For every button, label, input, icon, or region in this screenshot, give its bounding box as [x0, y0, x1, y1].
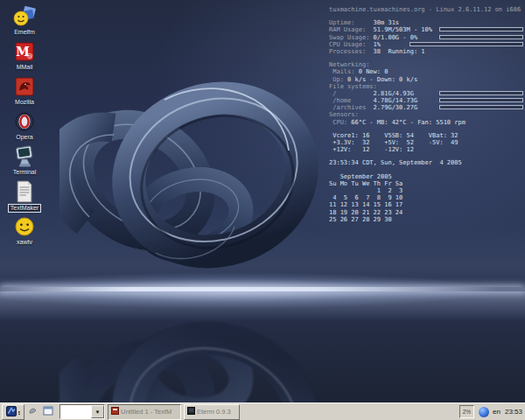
calendar-week-1: 1 2 3	[329, 187, 523, 194]
calendar-week-5: 25 26 27 28 29 30	[329, 216, 523, 223]
processes-line: Processes: 38 Running: 1	[329, 48, 523, 55]
desktop-icon-label: Terminal	[13, 169, 36, 176]
minimize-all-icon	[28, 406, 38, 417]
start-menu-button[interactable]: s	[2, 404, 24, 420]
desktop-icon-label: Emelfm	[14, 29, 35, 36]
calendar-week-4: 18 19 20 21 22 23 24	[329, 209, 523, 216]
eterm-task-icon	[187, 407, 195, 416]
fs-root-line: / 2.81G/4.93G	[329, 90, 523, 97]
desktop-icon-column: Emelfm M @ MMail Mozilla	[2, 5, 47, 250]
window-icon	[43, 406, 53, 417]
cpu-applet-value: 2%	[463, 409, 471, 415]
start-menu-icon: s	[6, 406, 20, 418]
networking-header: Networking:	[329, 61, 523, 68]
desktop-icon-textmaker[interactable]: TextMaker	[2, 180, 47, 215]
monitor-host-line: tuxmachine.tuxmachines.org - Linux 2.6.1…	[329, 6, 523, 13]
sensors-header: Sensors:	[329, 111, 523, 118]
fs-home-bar	[439, 98, 523, 102]
ram-bar	[439, 27, 523, 32]
cpu-bar	[410, 42, 523, 46]
keyboard-layout-indicator[interactable]: en	[493, 408, 500, 416]
textmaker-icon	[12, 180, 37, 203]
voltage-line-3: +12V: 12 -12V: 12	[329, 146, 523, 153]
taskbar-clock: 23:53	[505, 408, 522, 416]
svg-text:s: s	[18, 410, 21, 416]
mmail-icon: M @	[12, 40, 37, 63]
fs-root-bar	[439, 91, 523, 95]
xawtv-icon	[12, 215, 37, 238]
system-monitor: tuxmachine.tuxmachines.org - Linux 2.6.1…	[329, 6, 523, 223]
voltage-line-1: Vcore1: 16 V5SB: 54 VBat: 32	[329, 132, 523, 139]
terminal-icon	[12, 145, 37, 168]
fs-home-line: /home 4.78G/14.73G	[329, 97, 523, 104]
cpu-line: CPU Usage: 1%	[329, 41, 523, 48]
svg-text:@: @	[27, 52, 33, 60]
calendar-week-3: 11 12 13 14 15 16 17	[329, 201, 523, 208]
tray-sphere-icon[interactable]	[479, 407, 489, 417]
textmaker-task-icon	[111, 407, 119, 416]
calendar-title: September 2005	[329, 173, 523, 180]
calendar-week-2: 4 5 6 7 8 9 10	[329, 194, 523, 201]
desktop-wallpaper: Emelfm M @ MMail Mozilla	[0, 0, 525, 402]
desktop-icon-xawtv[interactable]: xawtv	[2, 215, 47, 250]
temps-line: CPU: 66°C - MB: 42°C - Fan: 5510 rpm	[329, 119, 523, 126]
swap-bar	[439, 35, 523, 39]
ram-line: RAM Usage: 51.9M/503M - 10%	[329, 26, 523, 33]
opera-icon	[12, 110, 37, 133]
emelfm-icon	[12, 5, 37, 28]
desktop-icon-mozilla[interactable]: Mozilla	[2, 75, 47, 110]
minimize-all-button[interactable]	[26, 405, 39, 418]
desktop-icon-label: xawtv	[17, 239, 32, 246]
task-button-label: Eterm 0.9.3	[197, 408, 231, 416]
fs-archives-bar	[439, 105, 523, 109]
combobox-dropdown-button[interactable]: ▼	[91, 405, 104, 418]
swap-line: Swap Usage: 0/1.00G - 0%	[329, 34, 523, 41]
filesystems-header: File systems:	[329, 83, 523, 90]
calendar-weekdays: Su Mo Tu We Th Fr Sa	[329, 180, 523, 187]
voltage-line-2: +3.3V: 32 +5V: 52 -5V: 49	[329, 139, 523, 146]
chevron-down-icon: ▼	[95, 410, 101, 415]
desktop-icon-label: Opera	[16, 134, 32, 141]
updown-line: Up: 0 k/s - Down: 0 k/s	[329, 76, 523, 83]
uptime-line: Uptime: 30m 31s	[329, 19, 523, 26]
knot-artwork	[60, 65, 322, 285]
mails-line: Mails: 0 New: 0	[329, 68, 523, 75]
desktop-icon-terminal[interactable]: Terminal	[2, 145, 47, 180]
desktop-icon-label: Mozilla	[15, 99, 34, 106]
taskbar: s ▼ Untitled 1 - TextM	[0, 402, 525, 420]
desktop-icon-emelfm[interactable]: Emelfm	[2, 5, 47, 40]
knot-reflection	[60, 304, 322, 402]
datetime-line: 23:53:34 CDT, Sun, September 4 2005	[329, 159, 523, 166]
taskbar-combobox[interactable]: ▼	[60, 404, 105, 419]
mozilla-icon	[12, 75, 37, 98]
task-button-textmaker[interactable]: Untitled 1 - TextM	[108, 404, 181, 420]
task-button-label: Untitled 1 - TextM	[121, 408, 172, 416]
desktop-icon-opera[interactable]: Opera	[2, 110, 47, 145]
cpu-applet: 2%	[459, 405, 474, 418]
desktop-icon-mmail[interactable]: M @ MMail	[2, 40, 47, 75]
desktop-icon-label: TextMaker	[8, 204, 41, 213]
show-desktop-button[interactable]	[41, 405, 54, 418]
task-button-eterm[interactable]: Eterm 0.9.3	[184, 404, 240, 420]
desktop-icon-label: MMail	[17, 64, 33, 71]
combobox-field[interactable]	[60, 405, 91, 418]
fs-archives-line: /archives 2.79G/30.27G	[329, 104, 523, 111]
